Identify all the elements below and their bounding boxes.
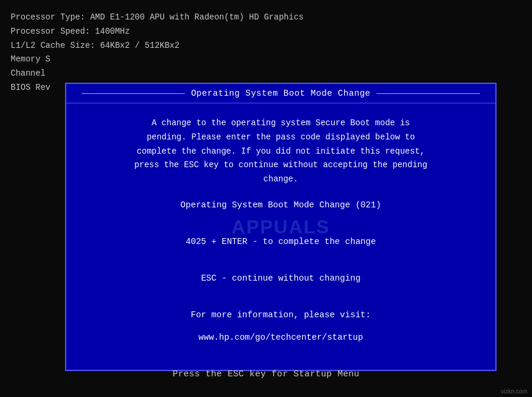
dialog-description: A change to the operating system Secure … bbox=[90, 116, 472, 187]
bios-line-4: Memory S bbox=[11, 53, 521, 67]
bios-line-5: Channel bbox=[11, 67, 521, 81]
title-line-left bbox=[82, 93, 185, 94]
dialog-spacer-1 bbox=[90, 221, 472, 227]
dialog-enter-instruction: 4025 + ENTER - to complete the change bbox=[90, 235, 472, 249]
dialog-title: Operating System Boot Mode Change bbox=[191, 89, 371, 98]
dialog-info-url: www.hp.com/go/techcenter/startup bbox=[90, 331, 472, 345]
dialog-info-label: For more information, please visit: bbox=[90, 308, 472, 323]
bios-screen: Processor Type: AMD E1-1200 APU with Rad… bbox=[0, 0, 532, 397]
site-credit: vizkn.com bbox=[501, 388, 527, 395]
dialog-body: A change to the operating system Secure … bbox=[66, 103, 495, 370]
bios-line-3: L1/L2 Cache Size: 64KBx2 / 512KBx2 bbox=[11, 39, 521, 53]
dialog-spacer-3 bbox=[90, 294, 472, 300]
bios-line-2: Processor Speed: 1400MHz bbox=[11, 25, 521, 39]
dialog-title-bar: Operating System Boot Mode Change bbox=[66, 84, 495, 103]
bios-info-panel: Processor Type: AMD E1-1200 APU with Rad… bbox=[0, 0, 532, 95]
dialog-esc-instruction: ESC - continue without changing bbox=[90, 272, 472, 286]
bios-line-1: Processor Type: AMD E1-1200 APU with Rad… bbox=[11, 11, 521, 25]
bottom-status-text: Press the ESC key for Startup Menu bbox=[173, 369, 359, 379]
dialog-code-label: Operating System Boot Mode Change (021) bbox=[90, 198, 472, 213]
boot-mode-dialog: Operating System Boot Mode Change A chan… bbox=[65, 83, 497, 371]
bottom-status-bar: Press the ESC key for Startup Menu bbox=[0, 369, 532, 379]
title-line-right bbox=[377, 93, 480, 94]
dialog-spacer-2 bbox=[90, 258, 472, 263]
